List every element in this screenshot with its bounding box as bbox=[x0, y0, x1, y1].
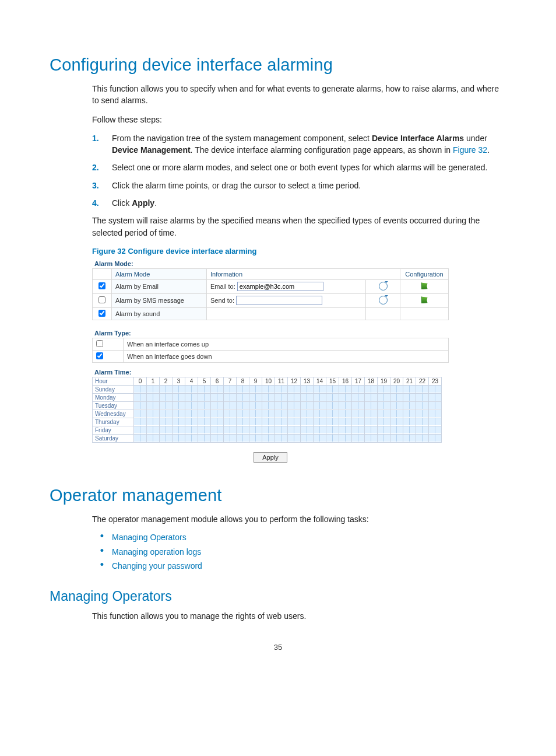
time-slot[interactable] bbox=[288, 434, 301, 442]
time-slot[interactable] bbox=[378, 393, 390, 401]
time-slot[interactable] bbox=[211, 434, 224, 442]
time-slot[interactable] bbox=[262, 401, 275, 410]
time-slot[interactable] bbox=[301, 385, 314, 393]
time-slot[interactable] bbox=[275, 434, 288, 442]
time-slot[interactable] bbox=[339, 434, 352, 442]
time-slot[interactable] bbox=[249, 426, 262, 434]
time-slot[interactable] bbox=[275, 410, 288, 418]
alarm-sms-checkbox[interactable] bbox=[98, 296, 105, 303]
link-change-password[interactable]: Changing your password bbox=[112, 561, 202, 572]
time-slot[interactable] bbox=[237, 426, 249, 434]
time-slot[interactable] bbox=[249, 434, 262, 442]
time-slot[interactable] bbox=[301, 418, 314, 426]
time-slot[interactable] bbox=[403, 434, 416, 442]
time-slot[interactable] bbox=[134, 393, 147, 401]
time-slot[interactable] bbox=[173, 426, 185, 434]
time-slot[interactable] bbox=[275, 393, 288, 401]
time-slot[interactable] bbox=[326, 401, 339, 410]
time-slot[interactable] bbox=[198, 393, 211, 401]
time-slot[interactable] bbox=[352, 410, 365, 418]
time-slot[interactable] bbox=[198, 434, 211, 442]
time-slot[interactable] bbox=[352, 418, 365, 426]
time-slot[interactable] bbox=[339, 393, 352, 401]
time-slot[interactable] bbox=[211, 418, 224, 426]
time-slot[interactable] bbox=[147, 385, 160, 393]
time-slot[interactable] bbox=[211, 393, 224, 401]
time-slot[interactable] bbox=[198, 385, 211, 393]
time-slot[interactable] bbox=[237, 434, 249, 442]
time-slot[interactable] bbox=[237, 410, 249, 418]
time-slot[interactable] bbox=[185, 418, 198, 426]
time-slot[interactable] bbox=[288, 410, 301, 418]
time-slot[interactable] bbox=[390, 434, 403, 442]
time-slot[interactable] bbox=[365, 410, 378, 418]
time-slot[interactable] bbox=[134, 385, 147, 393]
time-slot[interactable] bbox=[429, 393, 442, 401]
time-slot[interactable] bbox=[326, 393, 339, 401]
time-slot[interactable] bbox=[390, 418, 403, 426]
time-slot[interactable] bbox=[262, 393, 275, 401]
time-slot[interactable] bbox=[211, 410, 224, 418]
time-slot[interactable] bbox=[390, 385, 403, 393]
time-slot[interactable] bbox=[314, 393, 326, 401]
time-slot[interactable] bbox=[160, 401, 173, 410]
time-slot[interactable] bbox=[416, 410, 429, 418]
time-slot[interactable] bbox=[249, 410, 262, 418]
time-slot[interactable] bbox=[211, 401, 224, 410]
time-slot[interactable] bbox=[288, 393, 301, 401]
time-slot[interactable] bbox=[378, 426, 390, 434]
time-slot[interactable] bbox=[160, 410, 173, 418]
time-slot[interactable] bbox=[147, 410, 160, 418]
time-slot[interactable] bbox=[237, 385, 249, 393]
time-slot[interactable] bbox=[314, 401, 326, 410]
time-slot[interactable] bbox=[416, 418, 429, 426]
time-slot[interactable] bbox=[378, 401, 390, 410]
time-slot[interactable] bbox=[339, 385, 352, 393]
apply-button[interactable]: Apply bbox=[254, 452, 287, 463]
time-slot[interactable] bbox=[314, 385, 326, 393]
time-slot[interactable] bbox=[403, 418, 416, 426]
time-slot[interactable] bbox=[249, 418, 262, 426]
time-slot[interactable] bbox=[339, 418, 352, 426]
time-slot[interactable] bbox=[288, 418, 301, 426]
time-slot[interactable] bbox=[365, 418, 378, 426]
time-slot[interactable] bbox=[275, 385, 288, 393]
email-to-input[interactable] bbox=[237, 282, 323, 291]
time-slot[interactable] bbox=[262, 426, 275, 434]
time-slot[interactable] bbox=[314, 410, 326, 418]
time-slot[interactable] bbox=[185, 393, 198, 401]
time-slot[interactable] bbox=[134, 434, 147, 442]
time-slot[interactable] bbox=[275, 418, 288, 426]
time-slot[interactable] bbox=[378, 418, 390, 426]
time-slot[interactable] bbox=[390, 426, 403, 434]
time-slot[interactable] bbox=[429, 385, 442, 393]
time-slot[interactable] bbox=[301, 401, 314, 410]
time-slot[interactable] bbox=[249, 393, 262, 401]
time-slot[interactable] bbox=[429, 418, 442, 426]
time-slot[interactable] bbox=[365, 385, 378, 393]
time-slot[interactable] bbox=[301, 410, 314, 418]
time-slot[interactable] bbox=[288, 426, 301, 434]
time-slot[interactable] bbox=[288, 385, 301, 393]
time-slot[interactable] bbox=[147, 426, 160, 434]
time-slot[interactable] bbox=[185, 385, 198, 393]
time-slot[interactable] bbox=[314, 426, 326, 434]
time-slot[interactable] bbox=[326, 410, 339, 418]
time-slot[interactable] bbox=[134, 418, 147, 426]
time-slot[interactable] bbox=[211, 426, 224, 434]
time-slot[interactable] bbox=[224, 385, 237, 393]
config-flag-icon[interactable] bbox=[421, 296, 428, 303]
time-slot[interactable] bbox=[160, 426, 173, 434]
time-slot[interactable] bbox=[326, 426, 339, 434]
time-slot[interactable] bbox=[275, 426, 288, 434]
time-slot[interactable] bbox=[326, 418, 339, 426]
time-slot[interactable] bbox=[352, 385, 365, 393]
time-slot[interactable] bbox=[403, 426, 416, 434]
time-slot[interactable] bbox=[262, 410, 275, 418]
time-slot[interactable] bbox=[173, 385, 185, 393]
link-managing-operators[interactable]: Managing Operators bbox=[112, 532, 186, 544]
time-slot[interactable] bbox=[288, 401, 301, 410]
refresh-icon[interactable] bbox=[379, 296, 388, 304]
time-slot[interactable] bbox=[403, 385, 416, 393]
time-slot[interactable] bbox=[198, 418, 211, 426]
